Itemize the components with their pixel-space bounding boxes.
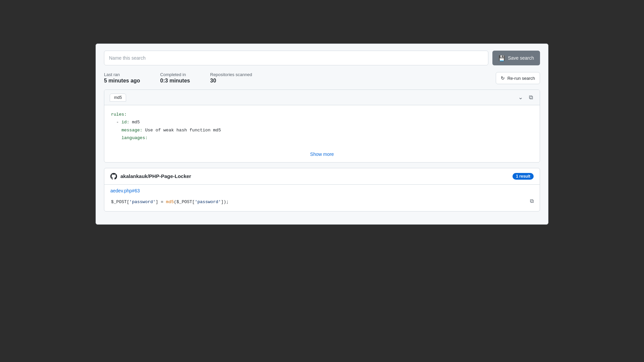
stats-row: Last ran 5 minutes ago Completed in 0:3 … [96,72,548,89]
copy-result-icon: ⧉ [530,198,534,204]
re-run-label: Re-run search [507,76,535,81]
code-body: rules: - id: md5 message: Use of weak ha… [104,105,540,147]
last-ran-label: Last ran [104,72,140,77]
result-badge: 1 result [513,173,534,180]
save-icon: 💾 [498,55,505,61]
github-icon [110,173,117,180]
code-line-2: - id: md5 [111,118,533,126]
save-search-label: Save search [508,55,534,61]
code-line-4: languages: [111,134,533,142]
last-ran-value: 5 minutes ago [104,78,140,84]
show-more-row: Show more [104,147,540,162]
show-more-button[interactable]: Show more [310,152,334,157]
code-card-actions: ⌄ ⧉ [517,93,534,102]
code-dollar: $_POST[ [111,199,129,204]
repo-file-link[interactable]: aedev.php#63 [104,185,540,195]
last-ran-group: Last ran 5 minutes ago [104,72,140,84]
code-card-header: md5 ⌄ ⧉ [104,90,540,105]
main-container: 💾 Save search Last ran 5 minutes ago Com… [96,44,548,225]
repos-scanned-group: Repositories scanned 30 [210,72,252,84]
code-card: md5 ⌄ ⧉ rules: - id: md5 message: Use of… [104,89,540,163]
repo-card: akalankauk/PHP-Page-Locker 1 result aede… [104,168,540,212]
completed-in-value: 0:3 minutes [160,78,190,84]
code-line-1: rules: [111,111,533,118]
repo-name-group: akalankauk/PHP-Page-Locker [110,173,191,180]
completed-in-group: Completed in 0:3 minutes [160,72,190,84]
search-name-input[interactable] [104,51,488,65]
filter-icon: ⌄ [518,94,523,101]
copy-code-result-button[interactable]: ⧉ [530,198,534,204]
completed-in-label: Completed in [160,72,190,77]
save-search-button[interactable]: 💾 Save search [492,51,540,65]
refresh-icon: ↻ [501,75,505,81]
repos-scanned-value: 30 [210,78,252,84]
repo-card-header: akalankauk/PHP-Page-Locker 1 result [104,168,540,185]
repos-scanned-label: Repositories scanned [210,72,252,77]
code-line-3: message: Use of weak hash function md5 [111,126,533,134]
top-bar: 💾 Save search [96,44,548,72]
code-tab-md5[interactable]: md5 [110,94,126,102]
copy-code-button[interactable]: ⧉ [528,93,534,102]
copy-icon: ⧉ [529,94,533,101]
re-run-search-button[interactable]: ↻ Re-run search [496,72,540,84]
repo-name: akalankauk/PHP-Page-Locker [120,173,191,179]
repo-code-body: $_POST['password'] = md5($_POST['passwor… [104,195,540,211]
filter-icon-button[interactable]: ⌄ [517,93,524,102]
